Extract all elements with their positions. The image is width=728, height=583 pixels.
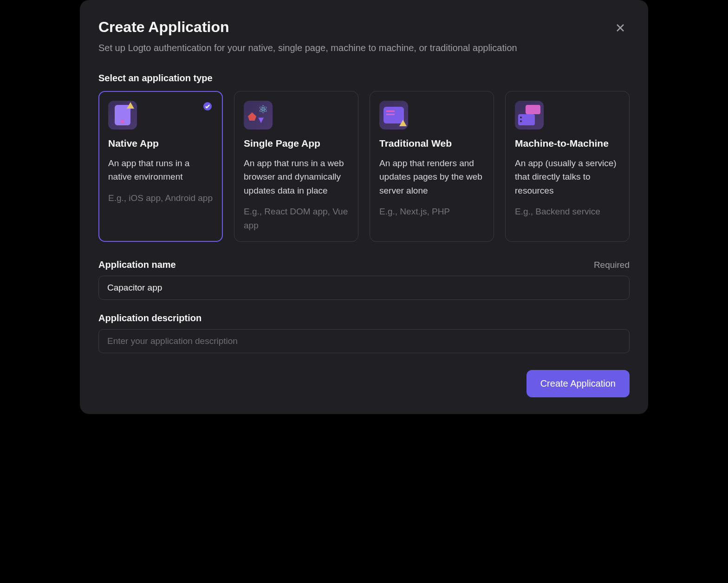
app-type-title: Native App <box>108 138 213 149</box>
application-description-field: Application description <box>98 313 630 353</box>
modal-subtitle: Set up Logto authentication for your nat… <box>98 41 630 54</box>
required-label: Required <box>594 260 630 270</box>
app-type-description: An app that runs in a native environment <box>108 156 213 184</box>
app-type-card-native[interactable]: Native App An app that runs in a native … <box>98 91 223 242</box>
app-type-description: An app that renders and updates pages by… <box>379 156 484 197</box>
app-type-example: E.g., Next.js, PHP <box>379 205 484 218</box>
section-label-app-type: Select an application type <box>98 73 630 84</box>
traditional-web-icon <box>379 101 408 130</box>
close-button[interactable] <box>613 20 628 35</box>
app-type-title: Single Page App <box>244 138 349 149</box>
spa-icon <box>244 101 273 130</box>
modal-header: Create Application Set up Logto authenti… <box>98 19 630 54</box>
app-type-description: An app that runs in a web browser and dy… <box>244 156 349 197</box>
application-name-input[interactable] <box>98 276 630 300</box>
app-type-grid: Native App An app that runs in a native … <box>98 91 630 242</box>
create-application-button[interactable]: Create Application <box>526 370 630 397</box>
app-type-title: Traditional Web <box>379 138 484 149</box>
app-type-example: E.g., Backend service <box>515 205 620 218</box>
application-name-field: Application name Required <box>98 259 630 300</box>
app-type-title: Machine-to-Machine <box>515 138 620 149</box>
app-type-example: E.g., iOS app, Android app <box>108 191 213 205</box>
modal-title: Create Application <box>98 19 630 36</box>
app-type-card-m2m[interactable]: Machine-to-Machine An app (usually a ser… <box>505 91 630 242</box>
app-type-example: E.g., React DOM app, Vue app <box>244 205 349 232</box>
app-type-description: An app (usually a service) that directly… <box>515 156 620 197</box>
create-application-modal: Create Application Set up Logto authenti… <box>80 0 648 414</box>
m2m-icon <box>515 101 544 130</box>
application-description-input[interactable] <box>98 329 630 353</box>
app-type-card-spa[interactable]: Single Page App An app that runs in a we… <box>234 91 358 242</box>
application-name-label: Application name <box>98 259 176 270</box>
modal-footer: Create Application <box>98 370 630 397</box>
checkmark-icon <box>203 102 212 110</box>
close-icon <box>615 22 626 33</box>
app-type-card-traditional-web[interactable]: Traditional Web An app that renders and … <box>370 91 494 242</box>
application-description-label: Application description <box>98 313 202 324</box>
native-app-icon <box>108 101 137 130</box>
